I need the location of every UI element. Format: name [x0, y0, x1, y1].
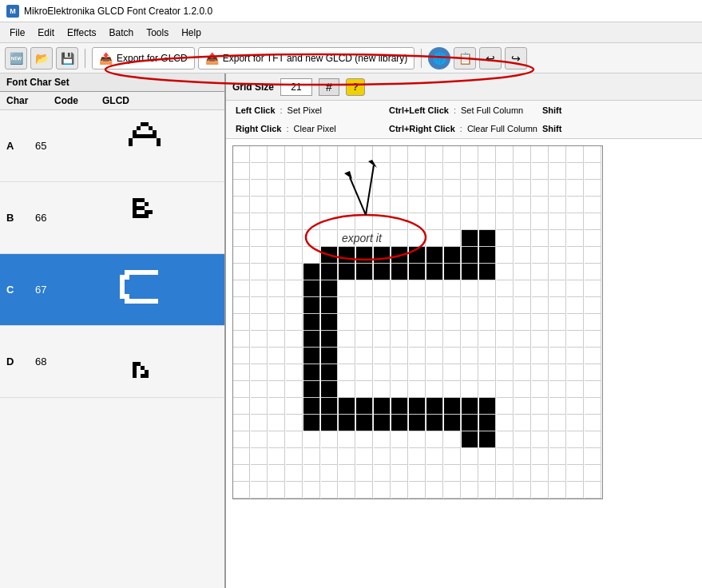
grid-cell[interactable] — [356, 331, 373, 348]
menu-edit[interactable]: Edit — [31, 26, 61, 40]
grid-cell[interactable] — [286, 230, 303, 247]
grid-cell[interactable] — [426, 264, 443, 280]
grid-cell[interactable] — [251, 163, 268, 180]
grid-cell[interactable] — [268, 230, 285, 247]
grid-cell[interactable] — [374, 415, 391, 431]
grid-cell[interactable] — [356, 247, 373, 264]
grid-cell[interactable] — [356, 180, 373, 197]
grid-cell[interactable] — [268, 297, 285, 314]
grid-cell[interactable] — [497, 247, 514, 264]
grid-cell[interactable] — [444, 264, 461, 280]
grid-cell[interactable] — [567, 314, 584, 331]
grid-cell[interactable] — [426, 197, 443, 213]
grid-cell[interactable] — [549, 230, 566, 247]
grid-cell[interactable] — [409, 415, 426, 431]
grid-cell[interactable] — [321, 213, 338, 230]
grid-cell[interactable] — [479, 213, 496, 230]
grid-cell[interactable] — [479, 465, 496, 482]
grid-cell[interactable] — [303, 180, 320, 197]
grid-cell[interactable] — [444, 331, 461, 348]
grid-cell[interactable] — [391, 415, 408, 431]
grid-cell[interactable] — [585, 146, 601, 163]
grid-cell[interactable] — [391, 465, 408, 482]
grid-cell[interactable] — [532, 180, 549, 197]
grid-cell[interactable] — [268, 197, 285, 213]
grid-cell[interactable] — [268, 398, 285, 415]
grid-cell[interactable] — [444, 348, 461, 364]
grid-cell[interactable] — [268, 280, 285, 297]
grid-cell[interactable] — [444, 163, 461, 180]
grid-cell[interactable] — [567, 465, 584, 482]
grid-cell[interactable] — [567, 398, 584, 415]
grid-cell[interactable] — [585, 213, 601, 230]
grid-cell[interactable] — [321, 163, 338, 180]
grid-cell[interactable] — [374, 331, 391, 348]
grid-cell[interactable] — [409, 264, 426, 280]
grid-cell[interactable] — [479, 331, 496, 348]
grid-cell[interactable] — [426, 398, 443, 415]
grid-cell[interactable] — [409, 280, 426, 297]
grid-cell[interactable] — [409, 431, 426, 448]
grid-cell[interactable] — [268, 247, 285, 264]
grid-cell[interactable] — [444, 465, 461, 482]
grid-cell[interactable] — [321, 146, 338, 163]
grid-cell[interactable] — [462, 448, 478, 465]
help-btn[interactable]: ? — [346, 78, 365, 96]
grid-cell[interactable] — [321, 431, 338, 448]
grid-cell[interactable] — [339, 465, 355, 482]
grid-cell[interactable] — [356, 297, 373, 314]
grid-cell[interactable] — [251, 213, 268, 230]
grid-cell[interactable] — [409, 398, 426, 415]
grid-cell[interactable] — [532, 230, 549, 247]
grid-cell[interactable] — [479, 398, 496, 415]
grid-cell[interactable] — [321, 297, 338, 314]
grid-cell[interactable] — [251, 364, 268, 381]
grid-cell[interactable] — [374, 482, 391, 499]
grid-cell[interactable] — [497, 415, 514, 431]
grid-cell[interactable] — [585, 264, 601, 280]
grid-cell[interactable] — [532, 213, 549, 230]
grid-cell[interactable] — [514, 465, 531, 482]
grid-cell[interactable] — [339, 213, 355, 230]
grid-cell[interactable] — [268, 314, 285, 331]
grid-cell[interactable] — [303, 264, 320, 280]
grid-cell[interactable] — [286, 431, 303, 448]
grid-cell[interactable] — [286, 247, 303, 264]
toolbar-web-btn[interactable]: 🌐 — [428, 47, 450, 70]
grid-cell[interactable] — [303, 348, 320, 364]
grid-cell[interactable] — [532, 297, 549, 314]
grid-cell[interactable] — [286, 297, 303, 314]
grid-cell[interactable] — [233, 448, 250, 465]
grid-cell[interactable] — [321, 264, 338, 280]
grid-cell[interactable] — [426, 364, 443, 381]
grid-cell[interactable] — [444, 213, 461, 230]
grid-cell[interactable] — [356, 431, 373, 448]
grid-cell[interactable] — [462, 482, 478, 499]
grid-cell[interactable] — [497, 180, 514, 197]
grid-cell[interactable] — [514, 264, 531, 280]
grid-cell[interactable] — [514, 398, 531, 415]
grid-cell[interactable] — [339, 247, 355, 264]
grid-cell[interactable] — [303, 146, 320, 163]
grid-cell[interactable] — [339, 297, 355, 314]
grid-cell[interactable] — [409, 180, 426, 197]
grid-cell[interactable] — [462, 163, 478, 180]
grid-cell[interactable] — [233, 415, 250, 431]
grid-cell[interactable] — [268, 448, 285, 465]
grid-cell[interactable] — [286, 364, 303, 381]
grid-cell[interactable] — [585, 448, 601, 465]
grid-cell[interactable] — [286, 280, 303, 297]
grid-cell[interactable] — [567, 247, 584, 264]
grid-cell[interactable] — [233, 431, 250, 448]
grid-cell[interactable] — [251, 381, 268, 398]
grid-cell[interactable] — [286, 381, 303, 398]
grid-cell[interactable] — [532, 465, 549, 482]
grid-cell[interactable] — [251, 264, 268, 280]
grid-cell[interactable] — [479, 230, 496, 247]
grid-cell[interactable] — [374, 314, 391, 331]
grid-cell[interactable] — [549, 314, 566, 331]
toolbar-undo-btn[interactable]: ↩ — [479, 47, 502, 70]
grid-cell[interactable] — [233, 180, 250, 197]
grid-cell[interactable] — [391, 180, 408, 197]
grid-cell[interactable] — [549, 348, 566, 364]
